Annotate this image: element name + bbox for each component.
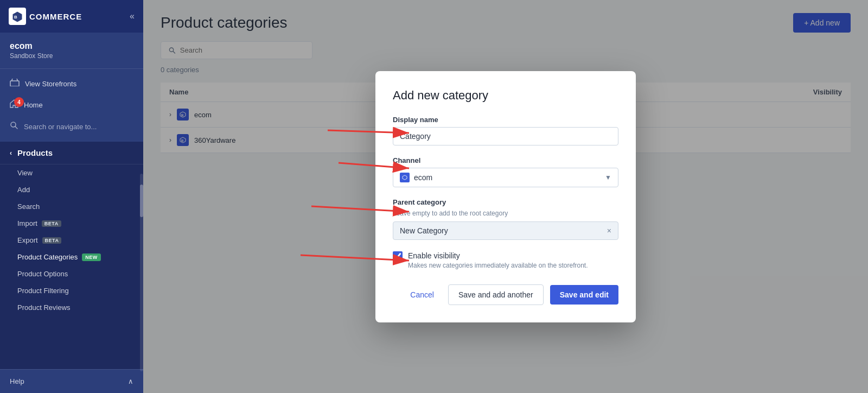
channel-store-icon (400, 173, 410, 182)
sidebar-item-search[interactable]: Search or navigate to... (0, 116, 143, 137)
categories-new-badge: NEW (82, 253, 101, 261)
modal-title: Add new category (393, 88, 618, 103)
modal-overlay[interactable]: Add new category Display name Channel ec… (143, 0, 868, 393)
svg-text:B: B (14, 15, 17, 20)
sidebar-item-import[interactable]: Import BETA (0, 215, 143, 232)
channel-dropdown-icon: ▼ (605, 174, 611, 181)
store-info: ecom Sandbox Store (0, 33, 143, 69)
store-label: Sandbox Store (10, 52, 133, 60)
import-beta-badge: BETA (42, 220, 61, 227)
filtering-label: Product Filtering (17, 287, 69, 295)
enable-visibility-text: Enable visibility Makes new categories i… (408, 251, 588, 269)
display-name-group: Display name (393, 116, 618, 145)
svg-marker-9 (403, 175, 407, 180)
main-content: Product categories + Add new 0 categorie… (143, 0, 868, 393)
search-nav-icon (10, 121, 18, 132)
sidebar-item-options[interactable]: Product Options (0, 265, 143, 282)
sidebar-item-reviews[interactable]: Product Reviews (0, 299, 143, 316)
sidebar-item-export[interactable]: Export BETA (0, 232, 143, 249)
sidebar-logo: B COMMERCE (9, 8, 82, 25)
help-label: Help (10, 377, 24, 385)
search-products-label: Search (17, 202, 40, 211)
help-chevron: ∧ (128, 377, 133, 385)
parent-category-clear-icon[interactable]: × (607, 226, 611, 235)
options-label: Product Options (17, 270, 68, 278)
display-name-label: Display name (393, 116, 618, 124)
sidebar-item-search-products[interactable]: Search (0, 198, 143, 215)
storefronts-label: View Storefronts (25, 80, 76, 88)
home-badge: 4 (14, 97, 24, 107)
enable-visibility-help: Makes new categories immediately availab… (408, 262, 588, 269)
search-nav-label[interactable]: Search or navigate to... (24, 123, 97, 131)
export-label: Export (17, 236, 38, 244)
sidebar-item-storefronts[interactable]: View Storefronts (0, 73, 143, 94)
import-label: Import (17, 219, 37, 227)
store-name: ecom (10, 41, 133, 51)
sidebar: B COMMERCE « ecom Sandbox Store View Sto… (0, 0, 143, 393)
sidebar-help[interactable]: Help ∧ (0, 369, 143, 393)
collapse-button[interactable]: « (130, 11, 135, 21)
sidebar-header: B COMMERCE « (0, 0, 143, 33)
sidebar-item-view[interactable]: View (0, 164, 143, 181)
cancel-button[interactable]: Cancel (403, 285, 442, 305)
sidebar-item-categories[interactable]: Product Categories NEW (0, 249, 143, 265)
sidebar-item-filtering[interactable]: Product Filtering (0, 282, 143, 299)
channel-label: Channel (393, 156, 618, 164)
reviews-label: Product Reviews (17, 303, 71, 312)
home-label: Home (24, 101, 43, 109)
export-beta-badge: BETA (42, 237, 62, 244)
modal-footer: Cancel Save and add another Save and edi… (393, 284, 618, 305)
parent-category-label: Parent category (393, 198, 618, 206)
categories-label: Product Categories (17, 253, 78, 261)
storefront-icon (10, 79, 20, 88)
parent-category-group: Parent category Leave empty to add to th… (393, 198, 618, 240)
add-category-modal: Add new category Display name Channel ec… (375, 71, 636, 322)
products-label: Products (17, 148, 53, 157)
parent-category-field[interactable]: New Category × (393, 221, 618, 240)
sidebar-item-home[interactable]: 4 Home (0, 94, 143, 116)
save-add-another-button[interactable]: Save and add another (448, 284, 544, 305)
sidebar-products-header[interactable]: ‹ Products (0, 142, 143, 164)
enable-visibility-label[interactable]: Enable visibility (408, 251, 460, 260)
parent-category-value: New Category (400, 226, 448, 235)
add-label: Add (17, 186, 30, 194)
sidebar-item-add[interactable]: Add (0, 181, 143, 198)
bigcommerce-logo-icon: B (9, 8, 26, 25)
svg-rect-2 (10, 81, 19, 86)
display-name-input[interactable] (393, 127, 618, 145)
sidebar-nav-top: View Storefronts 4 Home Search or naviga… (0, 69, 143, 142)
view-label: View (17, 169, 33, 177)
products-chevron: ‹ (10, 149, 12, 157)
enable-visibility-checkbox[interactable] (393, 251, 403, 261)
save-edit-button[interactable]: Save and edit (550, 285, 618, 305)
commerce-label: COMMERCE (29, 12, 82, 21)
enable-visibility-group: Enable visibility Makes new categories i… (393, 251, 618, 269)
channel-value: ecom (414, 173, 432, 182)
channel-select-left: ecom (400, 173, 432, 182)
channel-select[interactable]: ecom ▼ (393, 168, 618, 187)
parent-category-help: Leave empty to add to the root category (393, 210, 618, 217)
sidebar-products-section: ‹ Products View Add Search Import BETA E… (0, 142, 143, 369)
channel-group: Channel ecom ▼ (393, 156, 618, 187)
